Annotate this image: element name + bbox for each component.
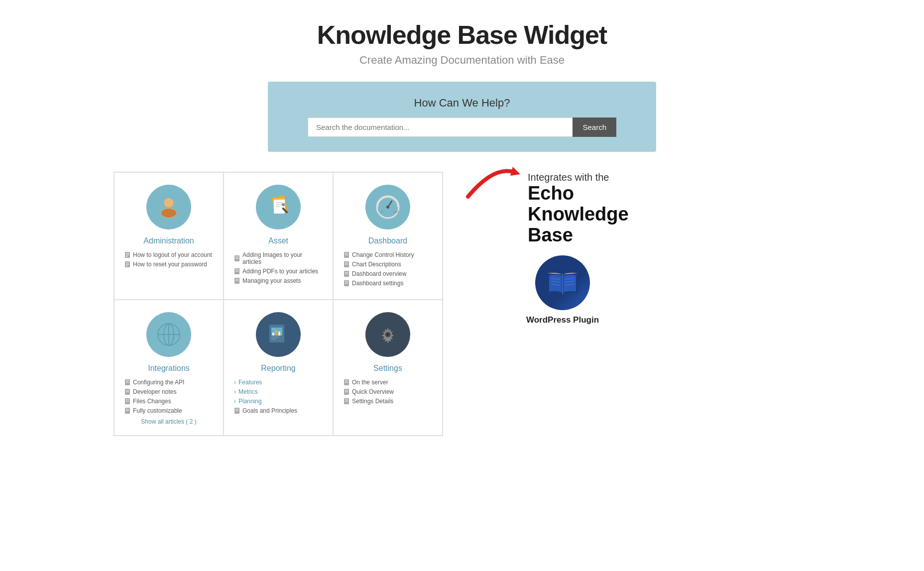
- administration-title[interactable]: Administration: [124, 236, 213, 245]
- list-item[interactable]: Fully customizable: [124, 407, 213, 414]
- svg-rect-71: [271, 337, 279, 338]
- plugin-logo-circle: [535, 255, 590, 310]
- settings-icon: [365, 312, 410, 357]
- red-arrow: [463, 162, 523, 204]
- svg-point-5: [161, 209, 176, 218]
- promo-text: Integrates with the Echo Knowledge Base: [528, 172, 662, 245]
- card-asset: Asset Adding Images to your articles Add…: [224, 172, 333, 300]
- svg-text:0: 0: [381, 210, 383, 214]
- card-administration: Administration How to logout of your acc…: [114, 172, 224, 300]
- reporting-links: › Features › Metrics › Planning Goals an…: [234, 379, 323, 414]
- svg-text:100: 100: [393, 210, 399, 214]
- kb-grid: Administration How to logout of your acc…: [114, 172, 443, 436]
- list-item[interactable]: On the server: [344, 379, 432, 386]
- dashboard-links: Change Control History Chart Description…: [344, 251, 432, 287]
- svg-marker-88: [510, 167, 520, 176]
- asset-icon: [256, 185, 301, 229]
- content-area: Administration How to logout of your acc…: [114, 172, 810, 436]
- administration-icon: [146, 185, 191, 229]
- search-heading: How Can We Help?: [278, 97, 646, 110]
- list-item[interactable]: Goals and Principles: [234, 407, 323, 414]
- list-item[interactable]: Adding PDFs to your articles: [234, 268, 323, 275]
- list-item[interactable]: › Features: [234, 379, 323, 386]
- svg-rect-67: [272, 333, 274, 336]
- page-title: Knowledge Base Widget: [10, 20, 914, 50]
- search-input[interactable]: [308, 117, 573, 137]
- dashboard-title[interactable]: Dashboard: [344, 236, 432, 245]
- asset-title[interactable]: Asset: [234, 236, 323, 245]
- integrations-links: Configuring the API Developer notes File…: [124, 379, 213, 414]
- list-item[interactable]: Dashboard overview: [344, 270, 432, 277]
- administration-links: How to logout of your account How to res…: [124, 251, 213, 268]
- page-header: Knowledge Base Widget Create Amazing Doc…: [10, 20, 914, 67]
- sidebar-promo: Integrates with the Echo Knowledge Base: [463, 172, 662, 325]
- list-item[interactable]: Managing your assets: [234, 277, 323, 284]
- settings-links: On the server Quick Overview Settings De…: [344, 379, 432, 405]
- plugin-logo: WordPress Plugin: [463, 255, 662, 325]
- svg-point-78: [386, 333, 389, 336]
- list-item[interactable]: › Planning: [234, 398, 323, 405]
- list-item[interactable]: Chart Descriptions: [344, 261, 432, 268]
- svg-point-4: [164, 198, 173, 207]
- search-button[interactable]: Search: [573, 117, 616, 137]
- card-dashboard: 0 100 Dashboard Change Control History C…: [333, 172, 443, 300]
- reporting-icon: [256, 312, 301, 357]
- search-section: How Can We Help? Search: [268, 82, 656, 152]
- list-item[interactable]: How to logout of your account: [124, 251, 213, 258]
- svg-point-33: [386, 206, 389, 209]
- show-all-link[interactable]: Show all articles ( 2 ): [124, 418, 213, 425]
- dashboard-icon: 0 100: [365, 185, 410, 229]
- list-item[interactable]: Configuring the API: [124, 379, 213, 386]
- svg-point-21: [282, 203, 285, 206]
- plugin-label: WordPress Plugin: [526, 315, 599, 325]
- asset-links: Adding Images to your articles Adding PD…: [234, 251, 323, 284]
- list-item[interactable]: Adding Images to your articles: [234, 251, 323, 265]
- integrations-title[interactable]: Integrations: [124, 364, 213, 373]
- settings-title[interactable]: Settings: [344, 364, 432, 373]
- svg-rect-72: [271, 339, 276, 340]
- card-reporting: Reporting › Features › Metrics › Plannin…: [224, 300, 333, 436]
- arrow-callout: Integrates with the Echo Knowledge Base: [463, 172, 662, 245]
- page-subtitle: Create Amazing Documentation with Ease: [10, 54, 914, 67]
- list-item[interactable]: Developer notes: [124, 388, 213, 395]
- card-integrations: Integrations Configuring the API Develop…: [114, 300, 224, 436]
- list-item[interactable]: Quick Overview: [344, 388, 432, 395]
- search-form: Search: [308, 117, 616, 137]
- list-item[interactable]: Settings Details: [344, 398, 432, 405]
- list-item[interactable]: Change Control History: [344, 251, 432, 258]
- card-settings: Settings On the server Quick Overview Se…: [333, 300, 443, 436]
- reporting-title[interactable]: Reporting: [234, 364, 323, 373]
- integrations-icon: [146, 312, 191, 357]
- list-item[interactable]: How to reset your password: [124, 261, 213, 268]
- list-item[interactable]: Dashboard settings: [344, 280, 432, 287]
- list-item[interactable]: › Metrics: [234, 388, 323, 395]
- list-item[interactable]: Files Changes: [124, 398, 213, 405]
